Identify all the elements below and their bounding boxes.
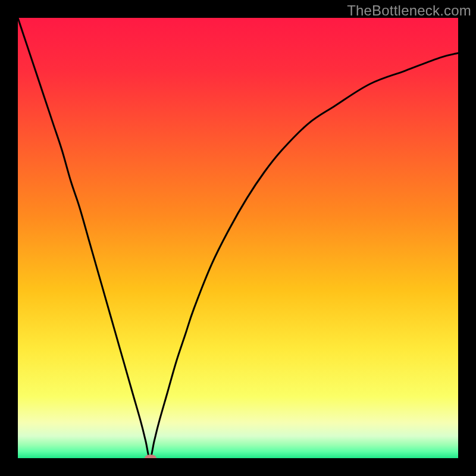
plot-area <box>18 18 458 458</box>
optimal-point-marker <box>145 455 156 458</box>
bottleneck-curve <box>18 18 458 458</box>
watermark-text: TheBottleneck.com <box>347 2 471 19</box>
chart-frame: TheBottleneck.com <box>0 0 476 476</box>
